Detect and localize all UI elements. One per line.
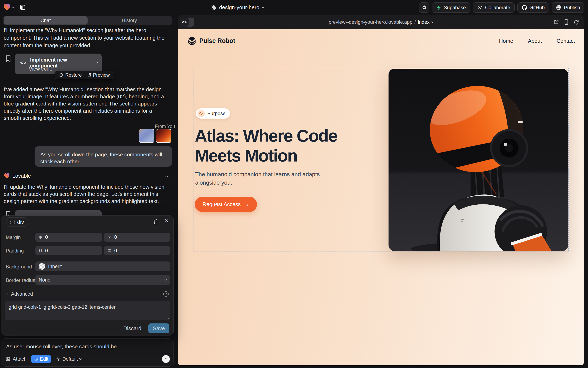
hero-heading: Atlas: Where Code Meets Motion xyxy=(195,126,337,166)
bookmark-icon[interactable] xyxy=(6,55,11,62)
attach-image-icon xyxy=(6,357,11,362)
github-button[interactable]: GitHub xyxy=(517,2,549,13)
border-radius-label: Border radius xyxy=(6,277,35,283)
refresh-icon[interactable] xyxy=(574,19,579,25)
padding-y-field[interactable] xyxy=(104,246,170,255)
chat-composer[interactable]: As user mouse roll over, these cards sho… xyxy=(1,338,174,367)
assistant-message-1: I'll implement the "Why Humanoid" sectio… xyxy=(4,27,170,49)
assistant-message-3: I'll update the WhyHumanoid component to… xyxy=(4,183,169,205)
chevron-down-icon xyxy=(79,357,82,360)
chevron-right-icon xyxy=(95,62,98,64)
site-brand[interactable]: Pulse Robot xyxy=(188,36,235,46)
discard-button[interactable]: Discard xyxy=(123,325,141,331)
toggle-sidebar-button[interactable] xyxy=(18,3,28,12)
border-radius-select[interactable]: None xyxy=(35,275,170,285)
github-icon xyxy=(522,5,527,10)
collaborate-button[interactable]: Collaborate xyxy=(473,2,514,13)
assistant-name: Lovable xyxy=(12,173,31,179)
target-icon xyxy=(34,357,38,361)
preview-label: Preview xyxy=(93,72,110,78)
trash-icon[interactable] xyxy=(153,219,158,225)
save-button[interactable]: Save xyxy=(148,323,169,333)
lovable-logo-menu[interactable] xyxy=(3,3,14,11)
publish-label: Publish xyxy=(564,5,580,10)
code-icon: <> xyxy=(20,60,27,66)
attachment-thumbnail-orange[interactable] xyxy=(156,129,171,143)
preview-panel: <> preview--design-your-hero.lovable.app… xyxy=(178,15,584,365)
nav-home[interactable]: Home xyxy=(499,38,513,44)
padding-x-input[interactable] xyxy=(45,248,99,254)
chevron-down-icon xyxy=(6,292,8,294)
hero-heading-line1: Atlas: Where Code xyxy=(195,126,337,146)
supabase-button[interactable]: Supabase xyxy=(432,2,470,13)
sliders-icon xyxy=(56,357,60,361)
send-button[interactable]: ↑ xyxy=(162,355,170,363)
restore-button[interactable]: Restore xyxy=(59,72,82,78)
attachment-thumbnail-blue[interactable] xyxy=(139,129,154,143)
preview-urlbar[interactable]: preview--design-your-hero.lovable.app / … xyxy=(178,15,584,29)
mode-label: Default xyxy=(62,356,78,362)
collaborate-icon xyxy=(477,5,483,10)
nav-about[interactable]: About xyxy=(528,38,542,44)
advanced-classes-textarea[interactable]: grid grid-cols-1 lg:grid-cols-2 gap-12 i… xyxy=(5,301,170,320)
settings-button[interactable] xyxy=(419,2,429,13)
layers-logo-icon xyxy=(188,36,196,46)
chevron-down-icon xyxy=(262,6,264,8)
site-header: Pulse Robot Home About Contact xyxy=(188,36,575,46)
sidebar-icon xyxy=(20,5,25,10)
publish-button[interactable]: Publish xyxy=(552,2,584,13)
publish-globe-icon xyxy=(556,5,561,10)
margin-x-icon xyxy=(39,235,42,239)
margin-y-field[interactable] xyxy=(104,233,170,242)
message-menu-button[interactable]: ··· xyxy=(164,172,171,179)
background-value: Inherit xyxy=(48,264,62,269)
github-label: GitHub xyxy=(530,5,545,10)
edit-label: Edit xyxy=(40,356,48,362)
attach-button[interactable]: Attach xyxy=(6,356,27,362)
advanced-section-header[interactable]: Advanced ? xyxy=(6,291,169,297)
mobile-view-icon[interactable] xyxy=(564,19,568,25)
assistant-message-2: I've added a new "Why Humanoid" section … xyxy=(4,86,171,122)
tab-chat[interactable]: Chat xyxy=(4,16,87,25)
preview-url: preview--design-your-hero.lovable.app xyxy=(329,19,412,25)
dashed-selection-icon xyxy=(10,220,15,224)
robot-illustration xyxy=(389,69,568,251)
restore-icon xyxy=(59,73,63,77)
advanced-label: Advanced xyxy=(11,291,33,297)
nav-contact[interactable]: Contact xyxy=(557,38,575,44)
chat-history-tabs: Chat History xyxy=(3,16,172,25)
margin-x-input[interactable] xyxy=(45,234,99,240)
help-icon[interactable]: ? xyxy=(163,291,169,297)
preview-button[interactable]: Preview xyxy=(87,72,110,78)
pulse-waveform-icon xyxy=(199,112,203,115)
close-icon[interactable]: × xyxy=(164,218,169,223)
arrow-right-icon: → xyxy=(244,201,249,208)
edit-mode-button[interactable]: Edit xyxy=(31,355,51,363)
composer-input[interactable]: As user mouse roll over, these cards sho… xyxy=(6,343,117,350)
attach-label: Attach xyxy=(13,356,27,362)
padding-y-input[interactable] xyxy=(114,248,167,254)
margin-y-input[interactable] xyxy=(114,234,167,240)
tab-history[interactable]: History xyxy=(87,16,171,25)
chevron-down-icon xyxy=(12,6,15,8)
selected-element-chip[interactable]: div xyxy=(7,217,28,227)
selected-section-outline[interactable]: Purpose Atlas: Where Code Meets Motion T… xyxy=(194,68,569,251)
url-separator: / xyxy=(415,19,416,25)
margin-y-icon xyxy=(107,235,111,239)
request-access-button[interactable]: Request Access → xyxy=(195,197,257,212)
padding-x-field[interactable] xyxy=(35,246,102,255)
project-switcher[interactable]: design-your-hero xyxy=(210,3,264,11)
preview-path: index xyxy=(418,19,429,25)
external-link-icon xyxy=(87,73,91,77)
open-in-new-tab-icon[interactable] xyxy=(554,19,559,25)
site-brand-name: Pulse Robot xyxy=(199,37,235,45)
site-nav: Home About Contact xyxy=(499,38,575,44)
view-code-link[interactable]: View code xyxy=(29,66,52,72)
background-field[interactable]: Inherit xyxy=(35,261,170,271)
margin-x-field[interactable] xyxy=(35,233,102,242)
pulse-icon-wrap xyxy=(198,110,205,117)
mode-selector[interactable]: Default xyxy=(56,356,81,362)
resize-handle[interactable] xyxy=(166,316,169,319)
lovable-heart-icon xyxy=(4,173,10,179)
user-message-bubble: As you scroll down the page, these compo… xyxy=(35,146,172,167)
